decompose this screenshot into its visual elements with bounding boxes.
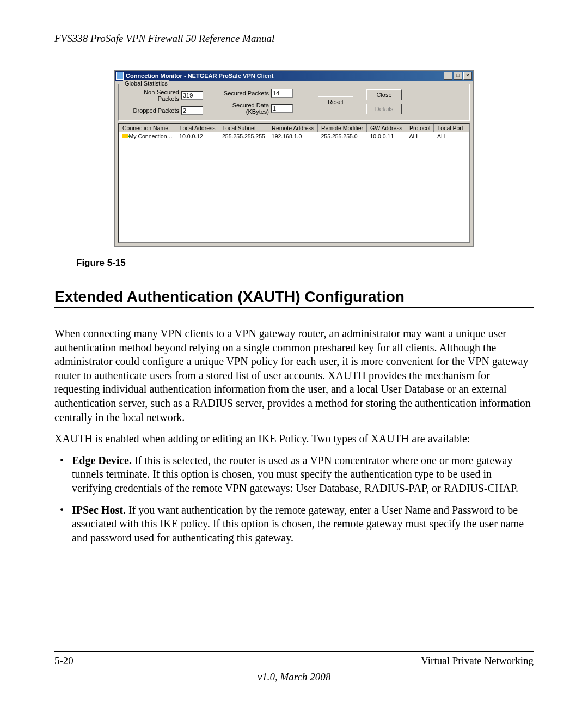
table-row[interactable]: My Connection… 10.0.0.12 255.255.255.255… [119, 132, 470, 141]
maximize-icon[interactable]: □ [454, 72, 462, 80]
bullet-ipsec-host: IPSec Host. If you want authentication b… [54, 503, 534, 545]
reset-button[interactable]: Reset [318, 96, 353, 107]
cell-name: My Connection… [129, 133, 173, 139]
cell-remote-mod: 255.255.255.0 [317, 132, 366, 141]
col-rem-port[interactable]: Rem Port [467, 124, 470, 132]
paragraph-2: XAUTH is enabled when adding or editing … [54, 432, 534, 446]
dropped-label: Dropped Packets [122, 107, 179, 114]
cell-local-port: ALL [434, 132, 467, 141]
col-connection-name[interactable]: Connection Name [119, 124, 176, 132]
secured-packets-label: Secured Packets [212, 90, 269, 96]
cell-local-subnet: 255.255.255.255 [219, 132, 268, 141]
non-secured-label: Non-Secured Packets [122, 89, 179, 102]
header-rule [54, 48, 534, 48]
titlebar: Connection Monitor - NETGEAR ProSafe VPN… [115, 71, 473, 81]
bullet-edge-device: Edge Device. If this is selected, the ro… [54, 454, 534, 496]
close-button[interactable]: Close [366, 89, 402, 100]
dropped-value: 2 [181, 106, 203, 115]
app-icon [116, 72, 124, 80]
secured-data-value: 1 [271, 104, 293, 113]
cell-local-addr: 10.0.0.12 [176, 132, 219, 141]
connection-table: Connection Name Local Address Local Subn… [118, 123, 470, 243]
cell-remote-addr: 192.168.1.0 [268, 132, 318, 141]
details-button[interactable]: Details [366, 104, 402, 114]
page-number: 5-20 [54, 655, 74, 667]
page-footer: 5-20 Virtual Private Networking v1.0, Ma… [54, 651, 534, 683]
secured-packets-value: 14 [271, 89, 293, 98]
col-remote-modifier[interactable]: Remote Modifier [317, 124, 366, 132]
col-local-address[interactable]: Local Address [176, 124, 219, 132]
footer-rule [54, 651, 534, 652]
close-icon[interactable]: × [463, 72, 472, 80]
paragraph-1: When connecting many VPN clients to a VP… [54, 327, 534, 424]
chapter-name: Virtual Private Networking [421, 655, 534, 667]
minimize-icon[interactable]: _ [444, 72, 452, 80]
bullet-bold: IPSec Host. [72, 504, 126, 516]
document-header: FVS338 ProSafe VPN Firewall 50 Reference… [54, 33, 534, 45]
bullet-text: If this is selected, the router is used … [72, 454, 518, 494]
col-protocol[interactable]: Protocol [406, 124, 434, 132]
connection-monitor-window: Connection Monitor - NETGEAR ProSafe VPN… [114, 70, 474, 247]
global-statistics-group: Global Statistics Non-Secured Packets 31… [118, 84, 470, 121]
non-secured-value: 319 [181, 91, 203, 100]
col-remote-address[interactable]: Remote Address [268, 124, 318, 132]
col-local-port[interactable]: Local Port [434, 124, 467, 132]
bullet-text: If you want authentication by the remote… [72, 504, 524, 544]
cell-protocol: ALL [406, 132, 434, 141]
table-header-row: Connection Name Local Address Local Subn… [119, 124, 470, 132]
version-date: v1.0, March 2008 [54, 671, 534, 683]
col-local-subnet[interactable]: Local Subnet [219, 124, 268, 132]
fieldset-legend: Global Statistics [123, 80, 169, 87]
figure-caption: Figure 5-15 [76, 258, 534, 269]
cell-rem-port: ALL [467, 132, 470, 141]
bullet-bold: Edge Device. [72, 454, 132, 466]
connection-icon [122, 134, 128, 138]
window-title: Connection Monitor - NETGEAR ProSafe VPN… [126, 72, 444, 79]
secured-data-label: Secured Data (KBytes) [212, 102, 269, 115]
section-heading: Extended Authentication (XAUTH) Configur… [54, 288, 534, 308]
col-gw-address[interactable]: GW Address [367, 124, 406, 132]
cell-gw-addr: 10.0.0.11 [367, 132, 406, 141]
